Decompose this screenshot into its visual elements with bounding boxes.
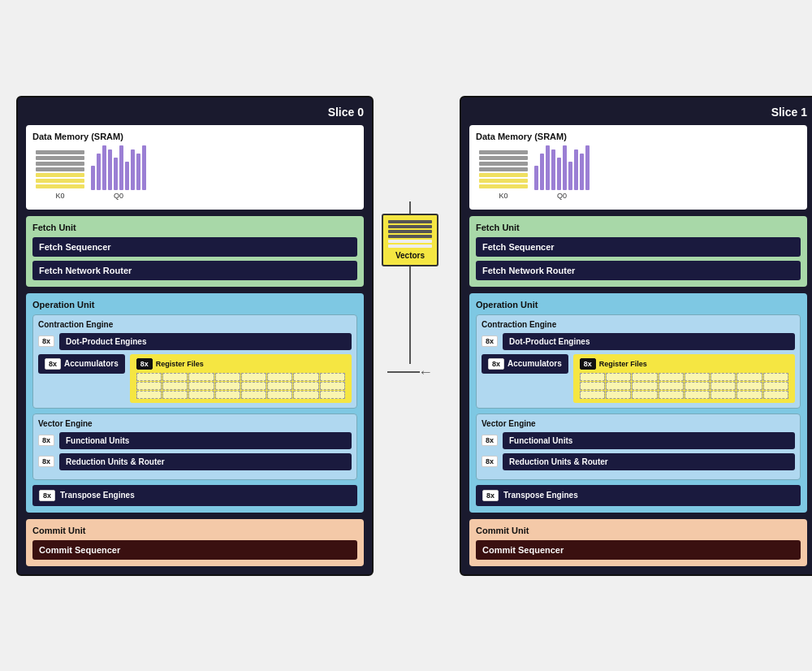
fetch-unit-1-label: Fetch Unit: [476, 223, 801, 232]
reg-cell: [580, 382, 605, 390]
contraction-engine-1-label: Contraction Engine: [482, 320, 795, 329]
acc-badge-0: 8x: [45, 358, 61, 370]
reg-cell: [320, 382, 345, 390]
main-container: Slice 0 Data Memory (SRAM): [0, 80, 812, 592]
reg-cell: [241, 382, 266, 390]
mem-line: [36, 179, 84, 183]
reg-cell: [736, 373, 762, 381]
q0-bar: [568, 162, 572, 190]
v-line: [388, 245, 432, 248]
reg-grid-1: [580, 373, 788, 399]
commit-sequencer-1: Commit Sequencer: [476, 540, 801, 560]
mem-line: [479, 173, 528, 177]
acc-label-0: Accumulators: [64, 359, 119, 368]
mem-line: [479, 150, 528, 154]
commit-unit-1-label: Commit Unit: [476, 526, 801, 535]
vectors-lines-0: [388, 220, 432, 248]
red-badge-1: 8x: [482, 456, 498, 467]
reg-cell: [606, 373, 631, 381]
acc-reg-row-0: 8x Accumulators 8x Register Files: [38, 354, 352, 403]
transpose-engine-1: 8x Transpose Engines: [476, 485, 801, 506]
contraction-engine-0: Contraction Engine 8x Dot-Product Engine…: [32, 314, 357, 409]
q0-bars-1: [534, 145, 590, 190]
reg-cell: [136, 373, 162, 381]
reg-cell: [710, 391, 736, 399]
functional-units-bar-1: Functional Units: [503, 432, 795, 449]
acc-reg-row-1: 8x Accumulators 8x Register Files: [482, 354, 795, 403]
conn-line-top-0: [409, 201, 411, 214]
fetch-network-router-1: Fetch Network Router: [476, 261, 801, 280]
dot-product-bar-0: Dot-Product Engines: [59, 333, 352, 350]
slice-0-title: Slice 0: [26, 106, 364, 119]
data-memory-0: Data Memory (SRAM) K0: [26, 125, 364, 210]
q0-bar: [119, 145, 123, 190]
q0-bar: [580, 154, 584, 190]
k0-label-1: K0: [499, 192, 508, 200]
q0-bar: [125, 162, 129, 190]
reduction-units-row-1: 8x Reduction Units & Router: [482, 453, 795, 470]
mem-line: [36, 162, 84, 166]
fetch-sequencer-0: Fetch Sequencer: [32, 237, 357, 257]
slice-0-box: Slice 0 Data Memory (SRAM): [16, 96, 374, 576]
reg-cell: [580, 391, 605, 399]
k0-section-1: K0: [479, 150, 528, 200]
fetch-unit-0: Fetch Unit Fetch Sequencer Fetch Network…: [26, 216, 364, 287]
vectors-widget-0: Vectors: [382, 214, 438, 266]
k0-section-0: K0: [36, 150, 84, 200]
reduction-units-bar-1: Reduction Units & Router: [503, 453, 795, 470]
reg-grid-0: [136, 373, 345, 399]
v-line: [388, 235, 432, 238]
fetch-network-router-0: Fetch Network Router: [32, 261, 357, 280]
reg-badge-0: 8x: [136, 358, 153, 370]
reg-cell: [215, 373, 240, 381]
q0-bar: [142, 145, 146, 190]
reg-cell: [293, 391, 318, 399]
transpose-badge-1: 8x: [482, 490, 499, 501]
func-badge-1: 8x: [482, 435, 498, 446]
q0-bar: [131, 149, 135, 190]
functional-units-bar-0: Functional Units: [59, 432, 352, 449]
commit-unit-1: Commit Unit Commit Sequencer: [469, 519, 807, 566]
reg-cell: [320, 391, 345, 399]
dot-product-row-0: 8x Dot-Product Engines: [38, 333, 352, 350]
transpose-label-1: Transpose Engines: [503, 491, 578, 500]
acc-badge-1: 8x: [488, 358, 504, 370]
q0-bar: [114, 158, 118, 190]
reg-cell: [267, 391, 292, 399]
v-line: [388, 225, 432, 228]
reg-cell: [136, 382, 162, 390]
reg-cell: [763, 391, 788, 399]
q0-bar: [108, 149, 112, 190]
arrow-row-0: ←: [387, 364, 433, 381]
mem-line: [36, 156, 84, 160]
reg-cell: [685, 373, 710, 381]
q0-bar: [534, 166, 538, 190]
reg-cell: [293, 382, 318, 390]
memory-visual-1: K0: [476, 146, 801, 203]
reg-cell: [188, 391, 214, 399]
q0-bar: [563, 145, 567, 190]
reg-label-0: Register Files: [156, 360, 204, 368]
reg-cell: [188, 373, 214, 381]
v-line: [388, 220, 432, 223]
vector-engine-1-label: Vector Engine: [482, 419, 795, 428]
functional-units-row-0: 8x Functional Units: [38, 432, 352, 449]
accumulators-0: 8x Accumulators: [38, 354, 125, 374]
k0-label-0: K0: [55, 192, 64, 200]
data-memory-1: Data Memory (SRAM) K0: [469, 125, 807, 210]
reg-cell: [736, 382, 762, 390]
reg-cell: [763, 373, 788, 381]
reg-cell: [215, 391, 240, 399]
q0-bar: [574, 149, 578, 190]
dot-product-badge-1: 8x: [482, 336, 498, 347]
reduction-units-bar-0: Reduction Units & Router: [59, 453, 352, 470]
data-memory-1-label: Data Memory (SRAM): [476, 132, 801, 141]
reg-cell: [215, 382, 240, 390]
transpose-engine-0: 8x Transpose Engines: [32, 485, 357, 506]
mem-line: [36, 150, 84, 154]
v-line: [388, 230, 432, 233]
mem-line: [479, 184, 528, 188]
commit-unit-0-label: Commit Unit: [32, 526, 357, 535]
q0-bar: [97, 154, 101, 190]
vectors-text-0: Vectors: [388, 251, 432, 260]
